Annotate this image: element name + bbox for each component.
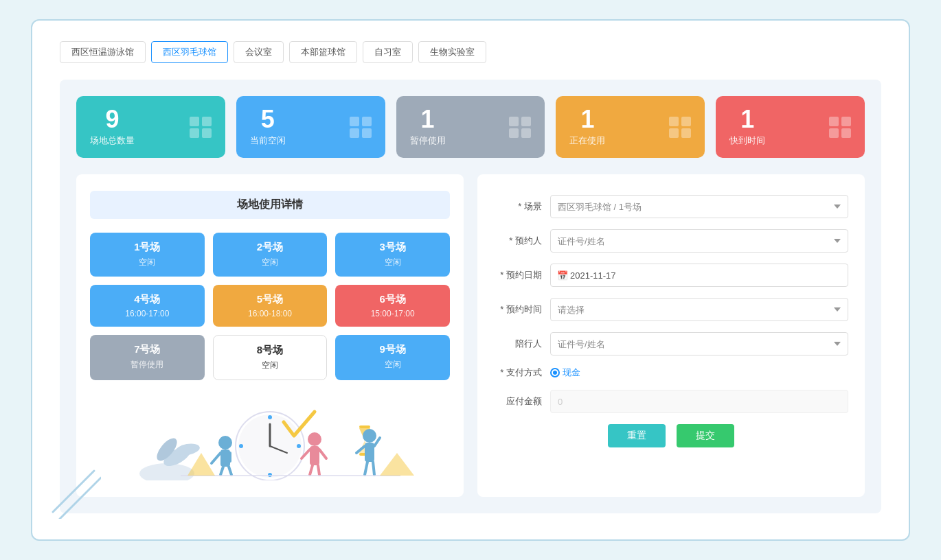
stat-free-label: 当前空闲 bbox=[250, 135, 286, 147]
svg-point-6 bbox=[239, 444, 243, 448]
corner-decoration bbox=[46, 464, 101, 519]
payment-radio-cash[interactable]: 现金 bbox=[550, 366, 580, 379]
court-9-status: 空闲 bbox=[341, 359, 444, 371]
calendar-icon: 📅 bbox=[557, 270, 568, 281]
court-5-name: 5号场 bbox=[218, 293, 322, 306]
svg-rect-9 bbox=[359, 425, 370, 428]
court-grid: 1号场 空闲 2号场 空闲 3号场 空闲 4号场 bbox=[90, 233, 450, 380]
form-row-amount: 应付金额 0 bbox=[494, 390, 848, 413]
companion-select[interactable]: 证件号/姓名 bbox=[550, 332, 848, 355]
panel-title-wrap: 场地使用详情 bbox=[90, 191, 450, 219]
tab-swimming[interactable]: 西区恒温游泳馆 bbox=[60, 41, 146, 63]
amount-label: 应付金额 bbox=[494, 395, 542, 408]
tab-basketball[interactable]: 本部篮球馆 bbox=[289, 41, 357, 63]
tab-bar: 西区恒温游泳馆 西区羽毛球馆 会议室 本部篮球馆 自习室 生物实验室 bbox=[60, 41, 881, 63]
stat-paused-icon bbox=[509, 117, 531, 138]
stat-soon: 1 快到时间 bbox=[716, 96, 865, 158]
reset-button[interactable]: 重置 bbox=[608, 424, 666, 447]
court-3[interactable]: 3号场 空闲 bbox=[335, 233, 450, 277]
svg-line-15 bbox=[212, 453, 220, 463]
amount-display: 0 bbox=[550, 390, 848, 413]
svg-point-4 bbox=[297, 444, 301, 448]
payment-label: * 支付方式 bbox=[494, 366, 542, 379]
court-5[interactable]: 5号场 16:00-18:00 bbox=[213, 285, 328, 327]
court-1[interactable]: 1号场 空闲 bbox=[90, 233, 205, 277]
svg-line-29 bbox=[365, 462, 367, 475]
court-7-status: 暂停使用 bbox=[95, 359, 199, 371]
court-3-name: 3号场 bbox=[341, 241, 444, 254]
form-buttons: 重置 提交 bbox=[494, 424, 848, 447]
radio-dot bbox=[550, 368, 560, 377]
court-9-name: 9号场 bbox=[341, 343, 444, 356]
court-4-name: 4号场 bbox=[95, 293, 199, 306]
court-7[interactable]: 7号场 暂停使用 bbox=[90, 335, 205, 380]
svg-line-23 bbox=[310, 465, 313, 475]
svg-rect-14 bbox=[220, 450, 230, 467]
left-panel: 场地使用详情 1号场 空闲 2号场 空闲 3号场 bbox=[76, 174, 464, 497]
court-6[interactable]: 6号场 15:00-17:00 bbox=[335, 285, 450, 327]
date-input[interactable] bbox=[550, 264, 848, 287]
stat-total-number: 9 bbox=[90, 107, 135, 132]
stat-total-icon bbox=[190, 117, 212, 138]
form-row-time: * 预约时间 请选择 bbox=[494, 298, 848, 321]
svg-line-22 bbox=[319, 450, 326, 458]
venue-select[interactable]: 西区羽毛球馆 / 1号场 bbox=[550, 195, 848, 218]
form-row-booker: * 预约人 证件号/姓名 bbox=[494, 229, 848, 253]
right-panel: * 场景 西区羽毛球馆 / 1号场 * 预约人 证件号/姓名 * 预约日期 bbox=[477, 174, 865, 497]
tab-badminton[interactable]: 西区羽毛球馆 bbox=[151, 41, 228, 63]
svg-rect-26 bbox=[365, 443, 374, 462]
court-2-name: 2号场 bbox=[218, 241, 322, 254]
svg-point-3 bbox=[268, 415, 272, 419]
court-8[interactable]: 8号场 空闲 bbox=[213, 335, 328, 380]
form-row-payment: * 支付方式 现金 bbox=[494, 366, 848, 379]
form-row-date: * 预约日期 📅 bbox=[494, 264, 848, 287]
tab-lab[interactable]: 生物实验室 bbox=[418, 41, 486, 63]
stat-soon-label: 快到时间 bbox=[729, 135, 765, 147]
stat-inuse-icon bbox=[669, 117, 691, 138]
booker-label: * 预约人 bbox=[494, 235, 542, 247]
form-row-venue: * 场景 西区羽毛球馆 / 1号场 bbox=[494, 195, 848, 218]
date-input-wrap: 📅 bbox=[550, 264, 848, 287]
illustration bbox=[90, 391, 450, 480]
court-2[interactable]: 2号场 空闲 bbox=[213, 233, 328, 277]
main-content: 9 场地总数量 5 当前空闲 bbox=[60, 80, 881, 513]
stat-inuse: 1 正在使用 bbox=[556, 96, 705, 158]
svg-line-17 bbox=[220, 467, 223, 475]
stat-soon-number: 1 bbox=[729, 107, 765, 132]
svg-line-30 bbox=[373, 462, 374, 475]
booker-select[interactable]: 证件号/姓名 bbox=[550, 229, 848, 253]
panel-title: 场地使用详情 bbox=[237, 198, 303, 210]
stat-paused-label: 暂停使用 bbox=[410, 135, 446, 147]
tab-study[interactable]: 自习室 bbox=[363, 41, 413, 63]
court-1-name: 1号场 bbox=[95, 241, 199, 254]
court-4[interactable]: 4号场 16:00-17:00 bbox=[90, 285, 205, 327]
court-6-status: 15:00-17:00 bbox=[341, 309, 444, 318]
court-8-name: 8号场 bbox=[219, 344, 321, 357]
court-9[interactable]: 9号场 空闲 bbox=[335, 335, 450, 380]
stat-inuse-label: 正在使用 bbox=[569, 135, 605, 147]
court-7-name: 7号场 bbox=[95, 343, 199, 356]
svg-rect-20 bbox=[310, 446, 319, 465]
stat-cards-row: 9 场地总数量 5 当前空闲 bbox=[76, 96, 865, 158]
date-label: * 预约日期 bbox=[494, 269, 542, 281]
svg-line-24 bbox=[318, 465, 319, 475]
submit-button[interactable]: 提交 bbox=[677, 424, 734, 447]
svg-marker-33 bbox=[380, 453, 414, 476]
court-8-status: 空闲 bbox=[219, 360, 321, 371]
illustration-svg bbox=[126, 391, 414, 480]
venue-label: * 场景 bbox=[494, 200, 542, 213]
companion-label: 陪行人 bbox=[494, 338, 542, 350]
main-card: 西区恒温游泳馆 西区羽毛球馆 会议室 本部篮球馆 自习室 生物实验室 9 场地总… bbox=[31, 19, 910, 541]
svg-point-5 bbox=[268, 473, 272, 477]
stat-inuse-number: 1 bbox=[569, 107, 605, 132]
time-label: * 预约时间 bbox=[494, 303, 542, 316]
time-select[interactable]: 请选择 bbox=[550, 298, 848, 321]
svg-point-13 bbox=[218, 436, 232, 450]
stat-free-number: 5 bbox=[250, 107, 286, 132]
court-2-status: 空闲 bbox=[218, 257, 322, 268]
stat-paused: 1 暂停使用 bbox=[396, 96, 545, 158]
form-row-companion: 陪行人 证件号/姓名 bbox=[494, 332, 848, 355]
stat-paused-number: 1 bbox=[410, 107, 446, 132]
tab-meeting[interactable]: 会议室 bbox=[234, 41, 284, 63]
stat-free: 5 当前空闲 bbox=[236, 96, 385, 158]
